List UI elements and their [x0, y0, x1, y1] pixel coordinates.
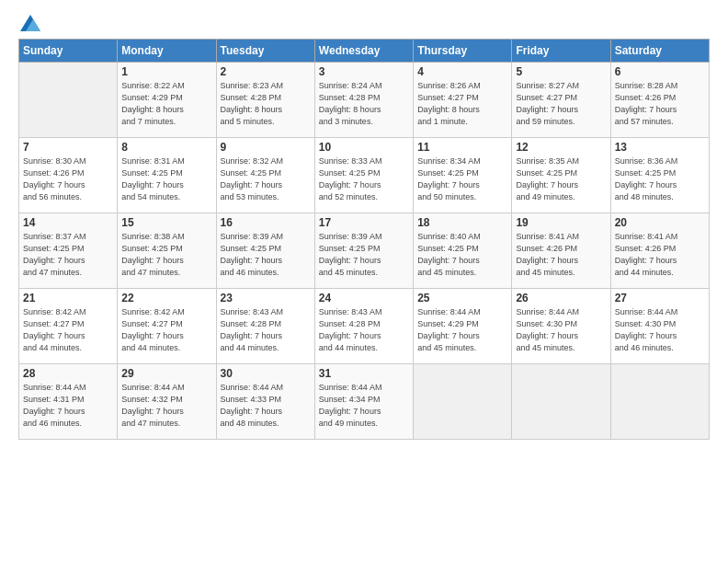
calendar-week-2: 7Sunrise: 8:30 AM Sunset: 4:26 PM Daylig…: [19, 138, 710, 213]
col-header-monday: Monday: [118, 40, 216, 63]
page: SundayMondayTuesdayWednesdayThursdayFrid…: [0, 0, 728, 563]
col-header-thursday: Thursday: [414, 40, 512, 63]
day-number: 18: [417, 216, 507, 229]
day-number: 10: [319, 141, 409, 154]
day-info: Sunrise: 8:42 AM Sunset: 4:27 PM Dayligh…: [121, 306, 211, 354]
day-info: Sunrise: 8:38 AM Sunset: 4:25 PM Dayligh…: [121, 231, 211, 279]
day-info: Sunrise: 8:40 AM Sunset: 4:25 PM Dayligh…: [417, 231, 507, 279]
calendar-week-4: 21Sunrise: 8:42 AM Sunset: 4:27 PM Dayli…: [19, 289, 710, 364]
day-info: Sunrise: 8:34 AM Sunset: 4:25 PM Dayligh…: [417, 155, 507, 203]
day-number: 12: [516, 141, 606, 154]
day-number: 17: [319, 216, 409, 229]
day-number: 21: [23, 292, 113, 304]
day-info: Sunrise: 8:44 AM Sunset: 4:30 PM Dayligh…: [615, 306, 705, 354]
day-info: Sunrise: 8:44 AM Sunset: 4:34 PM Dayligh…: [319, 382, 409, 430]
day-info: Sunrise: 8:44 AM Sunset: 4:31 PM Dayligh…: [23, 382, 113, 430]
day-info: Sunrise: 8:39 AM Sunset: 4:25 PM Dayligh…: [221, 231, 311, 279]
day-info: Sunrise: 8:33 AM Sunset: 4:25 PM Dayligh…: [319, 155, 409, 203]
col-header-saturday: Saturday: [610, 40, 709, 63]
day-info: Sunrise: 8:28 AM Sunset: 4:26 PM Dayligh…: [615, 80, 705, 128]
calendar-cell: [610, 364, 709, 440]
calendar-cell: 30Sunrise: 8:44 AM Sunset: 4:33 PM Dayli…: [216, 364, 314, 440]
calendar-cell: [19, 63, 118, 138]
day-info: Sunrise: 8:31 AM Sunset: 4:25 PM Dayligh…: [121, 155, 211, 203]
calendar-cell: 8Sunrise: 8:31 AM Sunset: 4:25 PM Daylig…: [118, 138, 216, 213]
calendar-week-3: 14Sunrise: 8:37 AM Sunset: 4:25 PM Dayli…: [19, 213, 710, 289]
day-number: 11: [417, 141, 507, 154]
calendar-cell: 1Sunrise: 8:22 AM Sunset: 4:29 PM Daylig…: [118, 63, 216, 138]
day-number: 5: [516, 65, 606, 78]
calendar-week-5: 28Sunrise: 8:44 AM Sunset: 4:31 PM Dayli…: [19, 364, 710, 440]
calendar-cell: 26Sunrise: 8:44 AM Sunset: 4:30 PM Dayli…: [512, 289, 610, 364]
day-info: Sunrise: 8:36 AM Sunset: 4:25 PM Dayligh…: [615, 155, 705, 203]
col-header-sunday: Sunday: [19, 40, 118, 63]
col-header-friday: Friday: [512, 40, 610, 63]
day-info: Sunrise: 8:37 AM Sunset: 4:25 PM Dayligh…: [23, 231, 113, 279]
header: [18, 15, 710, 31]
calendar-cell: 3Sunrise: 8:24 AM Sunset: 4:28 PM Daylig…: [314, 63, 413, 138]
calendar-cell: 31Sunrise: 8:44 AM Sunset: 4:34 PM Dayli…: [314, 364, 413, 440]
calendar-cell: 14Sunrise: 8:37 AM Sunset: 4:25 PM Dayli…: [19, 213, 118, 289]
calendar-cell: 9Sunrise: 8:32 AM Sunset: 4:25 PM Daylig…: [216, 138, 314, 213]
day-info: Sunrise: 8:41 AM Sunset: 4:26 PM Dayligh…: [516, 231, 606, 279]
calendar-cell: 21Sunrise: 8:42 AM Sunset: 4:27 PM Dayli…: [19, 289, 118, 364]
calendar-cell: 16Sunrise: 8:39 AM Sunset: 4:25 PM Dayli…: [216, 213, 314, 289]
calendar-cell: 18Sunrise: 8:40 AM Sunset: 4:25 PM Dayli…: [414, 213, 512, 289]
day-number: 27: [615, 292, 705, 304]
day-info: Sunrise: 8:41 AM Sunset: 4:26 PM Dayligh…: [615, 231, 705, 279]
day-number: 13: [615, 141, 705, 154]
day-number: 22: [121, 292, 211, 304]
day-info: Sunrise: 8:44 AM Sunset: 4:29 PM Dayligh…: [417, 306, 507, 354]
calendar-cell: 10Sunrise: 8:33 AM Sunset: 4:25 PM Dayli…: [314, 138, 413, 213]
calendar-cell: 11Sunrise: 8:34 AM Sunset: 4:25 PM Dayli…: [414, 138, 512, 213]
calendar-header-row: SundayMondayTuesdayWednesdayThursdayFrid…: [19, 40, 710, 63]
day-info: Sunrise: 8:32 AM Sunset: 4:25 PM Dayligh…: [221, 155, 311, 203]
calendar-cell: [512, 364, 610, 440]
calendar-cell: 5Sunrise: 8:27 AM Sunset: 4:27 PM Daylig…: [512, 63, 610, 138]
day-number: 29: [121, 367, 211, 380]
col-header-wednesday: Wednesday: [314, 40, 413, 63]
day-info: Sunrise: 8:43 AM Sunset: 4:28 PM Dayligh…: [221, 306, 311, 354]
day-number: 7: [23, 141, 113, 154]
calendar-cell: 7Sunrise: 8:30 AM Sunset: 4:26 PM Daylig…: [19, 138, 118, 213]
day-number: 6: [615, 65, 705, 78]
day-info: Sunrise: 8:35 AM Sunset: 4:25 PM Dayligh…: [516, 155, 606, 203]
calendar-cell: 22Sunrise: 8:42 AM Sunset: 4:27 PM Dayli…: [118, 289, 216, 364]
day-number: 23: [221, 292, 311, 304]
day-number: 8: [121, 141, 211, 154]
calendar-cell: 4Sunrise: 8:26 AM Sunset: 4:27 PM Daylig…: [414, 63, 512, 138]
calendar-cell: 12Sunrise: 8:35 AM Sunset: 4:25 PM Dayli…: [512, 138, 610, 213]
calendar-cell: [414, 364, 512, 440]
calendar-cell: 17Sunrise: 8:39 AM Sunset: 4:25 PM Dayli…: [314, 213, 413, 289]
day-info: Sunrise: 8:42 AM Sunset: 4:27 PM Dayligh…: [23, 306, 113, 354]
day-number: 15: [121, 216, 211, 229]
calendar-cell: 19Sunrise: 8:41 AM Sunset: 4:26 PM Dayli…: [512, 213, 610, 289]
calendar-cell: 23Sunrise: 8:43 AM Sunset: 4:28 PM Dayli…: [216, 289, 314, 364]
day-info: Sunrise: 8:43 AM Sunset: 4:28 PM Dayligh…: [319, 306, 409, 354]
day-number: 16: [221, 216, 311, 229]
calendar-cell: 27Sunrise: 8:44 AM Sunset: 4:30 PM Dayli…: [610, 289, 709, 364]
calendar-cell: 28Sunrise: 8:44 AM Sunset: 4:31 PM Dayli…: [19, 364, 118, 440]
day-number: 9: [221, 141, 311, 154]
logo-text: [18, 15, 40, 31]
calendar-cell: 13Sunrise: 8:36 AM Sunset: 4:25 PM Dayli…: [610, 138, 709, 213]
day-info: Sunrise: 8:39 AM Sunset: 4:25 PM Dayligh…: [319, 231, 409, 279]
calendar-table: SundayMondayTuesdayWednesdayThursdayFrid…: [18, 39, 710, 440]
calendar-cell: 25Sunrise: 8:44 AM Sunset: 4:29 PM Dayli…: [414, 289, 512, 364]
day-info: Sunrise: 8:44 AM Sunset: 4:32 PM Dayligh…: [121, 382, 211, 430]
day-number: 1: [121, 65, 211, 78]
logo-icon: [20, 15, 40, 31]
day-info: Sunrise: 8:26 AM Sunset: 4:27 PM Dayligh…: [417, 80, 507, 128]
day-number: 25: [417, 292, 507, 304]
day-info: Sunrise: 8:44 AM Sunset: 4:33 PM Dayligh…: [221, 382, 311, 430]
calendar-cell: 6Sunrise: 8:28 AM Sunset: 4:26 PM Daylig…: [610, 63, 709, 138]
calendar-week-1: 1Sunrise: 8:22 AM Sunset: 4:29 PM Daylig…: [19, 63, 710, 138]
col-header-tuesday: Tuesday: [216, 40, 314, 63]
day-info: Sunrise: 8:30 AM Sunset: 4:26 PM Dayligh…: [23, 155, 113, 203]
day-info: Sunrise: 8:44 AM Sunset: 4:30 PM Dayligh…: [516, 306, 606, 354]
day-number: 24: [319, 292, 409, 304]
logo-area: [18, 15, 40, 31]
calendar-cell: 29Sunrise: 8:44 AM Sunset: 4:32 PM Dayli…: [118, 364, 216, 440]
calendar-cell: 24Sunrise: 8:43 AM Sunset: 4:28 PM Dayli…: [314, 289, 413, 364]
day-number: 3: [319, 65, 409, 78]
